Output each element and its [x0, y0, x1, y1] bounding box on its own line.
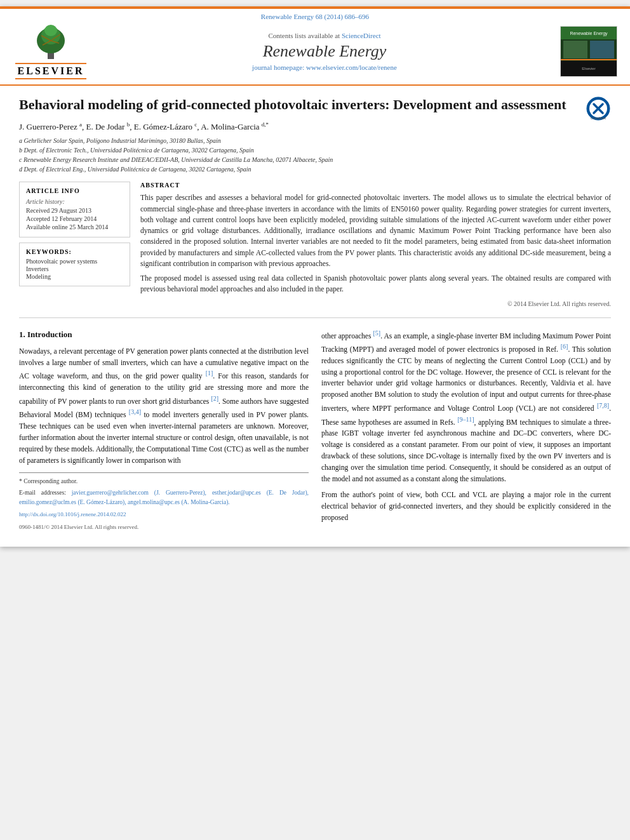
- email-addresses: E-mail addresses: javier.guerrero@gehrli…: [19, 488, 309, 507]
- header-content: ELSEVIER Contents lists available at Sci…: [13, 23, 617, 79]
- issn-line: 0960-1481/© 2014 Elsevier Ltd. All right…: [19, 523, 309, 532]
- sciencedirect-line: Contents lists available at ScienceDirec…: [89, 32, 560, 39]
- abstract-title: ABSTRACT: [140, 182, 611, 189]
- svg-text:CrossMark: CrossMark: [591, 116, 607, 120]
- svg-text:Elsevier: Elsevier: [582, 67, 595, 70]
- received-date: Received 29 August 2013: [26, 207, 123, 214]
- history-label: Article history:: [26, 198, 123, 205]
- intro-para-right-2: From the author's point of view, both CC…: [321, 490, 611, 523]
- doi-link[interactable]: http://dx.doi.org/10.1016/j.renene.2014.…: [19, 511, 126, 517]
- keyword-2: Inverters: [26, 265, 123, 272]
- affiliation-d: d Dept. of Electrical Eng., Universidad …: [19, 164, 611, 174]
- ref-7-8[interactable]: [7,8]: [597, 402, 609, 409]
- ref-2[interactable]: [2]: [211, 395, 218, 402]
- journal-homepage-url[interactable]: www.elsevier.com/locate/renene: [306, 63, 397, 71]
- corresponding-author-note: * Corresponding author.: [19, 477, 309, 486]
- elsevier-label: ELSEVIER: [15, 63, 87, 79]
- available-date: Available online 25 March 2014: [26, 223, 123, 230]
- footnote-area: * Corresponding author. E-mail addresses…: [19, 472, 309, 532]
- info-abstract-row: ARTICLE INFO Article history: Received 2…: [19, 182, 611, 307]
- keyword-1: Photovoltaic power systems: [26, 258, 123, 265]
- main-content: 1. Introduction Nowadays, a relevant per…: [19, 328, 611, 535]
- ref-6[interactable]: [6]: [561, 343, 568, 350]
- section-divider: [19, 317, 611, 318]
- cover-thumbnail-icon: Renewable Energy Elsevier: [561, 27, 617, 76]
- author-3: E. Gómez-Lázaro c: [134, 122, 198, 131]
- author-2: E. De Jodar b: [86, 122, 130, 131]
- main-col-left: 1. Introduction Nowadays, a relevant per…: [19, 328, 309, 535]
- abstract-text: This paper describes and assesses a beha…: [140, 192, 611, 295]
- svg-rect-12: [590, 41, 614, 58]
- article-body: Behavioral modeling of grid-connected ph…: [0, 86, 630, 547]
- doi-line: http://dx.doi.org/10.1016/j.renene.2014.…: [19, 510, 309, 519]
- author-1: J. Guerrero-Perez a: [19, 122, 82, 131]
- intro-para-right-1: other approaches [5]. As an example, a s…: [321, 328, 611, 485]
- abstract-col: ABSTRACT This paper describes and assess…: [140, 182, 611, 307]
- article-title: Behavioral modeling of grid-connected ph…: [19, 96, 566, 114]
- journal-name: Renewable Energy: [89, 42, 560, 61]
- journal-center: Contents lists available at ScienceDirec…: [89, 32, 560, 71]
- intro-para-1: Nowadays, a relevant percentage of PV ge…: [19, 346, 309, 467]
- ref-5[interactable]: [5]: [373, 330, 381, 337]
- page: Renewable Energy 68 (2014) 686–696 ELSEV…: [0, 6, 630, 547]
- svg-point-3: [44, 25, 57, 36]
- title-row: Behavioral modeling of grid-connected ph…: [19, 96, 611, 121]
- affiliation-a: a Gehrlicher Solar Spain, Polígono Indus…: [19, 136, 611, 145]
- abstract-para-1: This paper describes and assesses a beha…: [140, 192, 611, 269]
- keywords-box: Keywords: Photovoltaic power systems Inv…: [19, 243, 130, 286]
- svg-text:Renewable Energy: Renewable Energy: [570, 31, 608, 36]
- intro-heading: 1. Introduction: [19, 328, 309, 341]
- elsevier-logo: ELSEVIER: [13, 23, 89, 79]
- affiliation-b: b Dept. of Electronic Tech., Universidad…: [19, 145, 611, 155]
- journal-cover-image: Renewable Energy Elsevier: [560, 26, 617, 77]
- copyright-notice: © 2014 Elsevier Ltd. All rights reserved…: [140, 300, 611, 307]
- affiliations: a Gehrlicher Solar Spain, Polígono Indus…: [19, 136, 611, 174]
- accepted-date: Accepted 12 February 2014: [26, 215, 123, 222]
- article-info-col: ARTICLE INFO Article history: Received 2…: [19, 182, 130, 307]
- keyword-3: Modeling: [26, 273, 123, 280]
- journal-header: Renewable Energy 68 (2014) 686–696 ELSEV…: [0, 9, 630, 86]
- ref-3-4[interactable]: [3,4]: [129, 408, 141, 415]
- affiliation-c: c Renewable Energy Research Institute an…: [19, 155, 611, 164]
- ref-9-11[interactable]: [9–11]: [457, 416, 474, 423]
- section-number: 1.: [19, 330, 25, 339]
- authors-line: J. Guerrero-Perez a, E. De Jodar b, E. G…: [19, 121, 611, 132]
- author-4: A. Molina-Garcia d,*: [201, 122, 269, 131]
- crossmark-icon[interactable]: CrossMark: [586, 96, 611, 121]
- svg-rect-11: [563, 41, 587, 58]
- journal-ref-line: Renewable Energy 68 (2014) 686–696: [13, 13, 617, 20]
- ref-1[interactable]: [1]: [206, 370, 213, 377]
- article-info-title: ARTICLE INFO: [26, 187, 123, 194]
- article-info-box: ARTICLE INFO Article history: Received 2…: [19, 182, 130, 237]
- journal-homepage: journal homepage: www.elsevier.com/locat…: [89, 63, 560, 71]
- elsevier-tree-icon: [29, 23, 73, 61]
- keywords-title: Keywords:: [26, 248, 123, 255]
- main-col-right: other approaches [5]. As an example, a s…: [321, 328, 611, 535]
- sciencedirect-link[interactable]: ScienceDirect: [342, 32, 381, 39]
- abstract-para-2: The proposed model is assessed using rea…: [140, 273, 611, 295]
- section-title: Introduction: [27, 330, 72, 339]
